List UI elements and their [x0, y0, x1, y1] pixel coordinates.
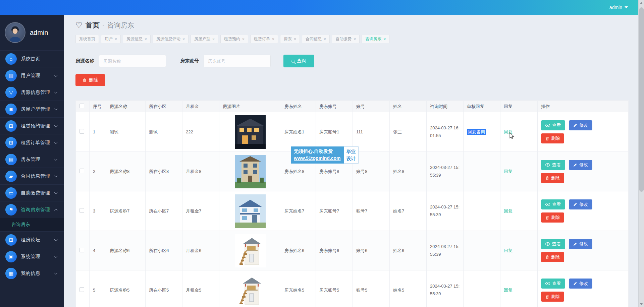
sidebar-item-rent-forum[interactable]: ⊞ 租房论坛 — [0, 231, 64, 248]
delete-button[interactable]: 删除 — [541, 252, 564, 262]
cell-account: 账号6 — [353, 231, 390, 270]
cell-rent: 月租金5 — [182, 270, 219, 307]
scrollbar-thumb[interactable] — [639, 7, 644, 192]
trash-icon — [83, 78, 87, 82]
row-checkbox[interactable] — [79, 287, 84, 292]
vertical-scrollbar[interactable] — [638, 0, 644, 307]
chevron-down-icon — [54, 157, 58, 161]
reply-link[interactable]: 回复 — [504, 208, 513, 213]
reply-link[interactable]: 回复 — [504, 248, 513, 253]
delete-button[interactable]: 删除 — [541, 173, 564, 183]
sidebar-item-label: 系统首页 — [21, 56, 58, 62]
cell-time: 2024-03-27 16:01:55 — [427, 112, 464, 152]
sidebar-item-housetype-mgmt[interactable]: ◙ 房屋户型管理 — [0, 101, 64, 117]
trash-icon — [545, 136, 549, 141]
tab-contract-info[interactable]: 合同信息× — [302, 35, 330, 43]
cell-account: 账号5 — [353, 270, 390, 307]
pencil-icon — [573, 163, 577, 167]
sidebar-item-label: 租房论坛 — [21, 237, 55, 243]
row-checkbox[interactable] — [79, 169, 84, 173]
delete-button[interactable]: 删除 — [541, 292, 564, 302]
breadcrumb-home[interactable]: 首页 — [86, 20, 100, 30]
tab-users[interactable]: 用户× — [101, 35, 121, 43]
user-menu[interactable]: admin — [609, 5, 628, 10]
landlord-account-input[interactable] — [204, 55, 271, 67]
pencil-icon — [573, 202, 577, 206]
comment-icon: ◙ — [5, 104, 17, 115]
tab-listing-comments[interactable]: 房源信息评论× — [153, 35, 189, 43]
close-icon[interactable]: × — [242, 37, 245, 42]
edit-button[interactable]: 修改 — [569, 239, 592, 249]
cell-time: 2024-03-27 15:55:39 — [427, 231, 464, 270]
close-icon[interactable]: × — [324, 37, 326, 42]
view-button[interactable]: 查看 — [541, 239, 565, 249]
row-checkbox[interactable] — [79, 248, 84, 252]
reply-link[interactable]: 回复 — [504, 169, 513, 174]
dropdown-icon — [625, 6, 628, 8]
view-button[interactable]: 查看 — [541, 160, 565, 170]
sidebar-item-consult-landlord-mgmt[interactable]: ⚑ 咨询房东管理 — [0, 201, 64, 218]
close-icon[interactable]: × — [383, 37, 386, 42]
edit-button[interactable]: 修改 — [569, 160, 592, 170]
select-all-checkbox[interactable] — [79, 104, 84, 108]
sidebar-item-booking-mgmt[interactable]: ⊞ 租赁预约管理 — [0, 117, 64, 134]
tab-house-type[interactable]: 房屋户型× — [191, 35, 218, 43]
cell-community: 所在小区7 — [146, 191, 182, 231]
sidebar-item-system-mgmt[interactable]: ▣ 系统管理 — [0, 248, 64, 265]
sidebar-subitem-consult-landlord[interactable]: 咨询房东 — [0, 218, 64, 231]
edit-button[interactable]: 修改 — [569, 279, 592, 289]
sidebar-item-my-info[interactable]: ▦ 我的信息 — [0, 265, 64, 282]
avatar[interactable] — [5, 22, 25, 43]
tab-rental-order[interactable]: 租赁订单× — [250, 35, 278, 43]
row-checkbox[interactable] — [79, 129, 84, 134]
query-button[interactable]: 查询 — [283, 55, 314, 67]
close-icon[interactable]: × — [115, 37, 117, 42]
close-icon[interactable]: × — [272, 37, 274, 42]
close-icon[interactable]: × — [294, 37, 296, 42]
sidebar-item-label: 房源信息管理 — [21, 89, 55, 96]
sidebar-item-selfpay-mgmt[interactable]: ▭ 自助缴费管理 — [0, 184, 64, 201]
view-button[interactable]: 查看 — [541, 279, 565, 289]
tab-listing-info[interactable]: 房源信息× — [123, 35, 151, 43]
close-icon[interactable]: × — [145, 37, 147, 42]
close-icon[interactable]: × — [182, 37, 185, 42]
delete-button[interactable]: 删除 — [541, 133, 564, 143]
row-checkbox[interactable] — [79, 208, 84, 213]
tab-landlord[interactable]: 房东× — [280, 35, 300, 43]
cell-listing-name: 测试 — [106, 112, 146, 152]
listing-name-input[interactable] — [99, 55, 166, 67]
sidebar-item-user-mgmt[interactable]: ▨ 用户管理 — [0, 67, 64, 84]
sidebar-item-label: 自助缴费管理 — [21, 190, 55, 196]
cell-person-name: 姓名5 — [390, 270, 427, 307]
sidebar-item-contract-mgmt[interactable]: ▰ 合同信息管理 — [0, 168, 64, 184]
cell-landlord-account: 房东账号1 — [316, 112, 353, 152]
close-icon[interactable]: × — [354, 37, 356, 42]
sidebar-item-order-mgmt[interactable]: ⊞ 租赁订单管理 — [0, 134, 64, 151]
chevron-down-icon — [54, 107, 58, 110]
sidebar-item-listing-mgmt[interactable]: ▽ 房源信息管理 — [0, 84, 64, 101]
view-button[interactable]: 查看 — [541, 120, 565, 130]
close-icon[interactable]: × — [212, 37, 215, 42]
sidebar-item-system-home[interactable]: ⌂ 系统首页 — [0, 50, 64, 67]
edit-button[interactable]: 修改 — [569, 199, 592, 209]
scrollbar-up-button[interactable] — [639, 0, 644, 6]
tab-consult-landlord[interactable]: 咨询房东× — [362, 35, 389, 43]
col-rent: 月租金 — [182, 101, 219, 112]
tab-rental-booking[interactable]: 租赁预约× — [220, 35, 248, 43]
sidebar-item-landlord-mgmt[interactable]: ▤ 房东管理 — [0, 151, 64, 168]
col-landlord-account: 房东账号 — [316, 101, 353, 112]
reply-link[interactable]: 回复 — [504, 288, 513, 293]
sidebar-item-label: 租赁订单管理 — [21, 140, 55, 146]
cell-listing-name: 房源名称5 — [106, 270, 146, 307]
view-button[interactable]: 查看 — [541, 199, 565, 209]
chevron-down-icon — [54, 271, 58, 274]
arrow-up-icon — [640, 2, 643, 4]
cell-rent: 月租金7 — [182, 191, 219, 231]
landlord-account-label: 房东账号 — [180, 58, 199, 64]
delete-button[interactable]: 删除 — [541, 212, 564, 223]
eye-icon — [545, 203, 550, 206]
tab-selfpay[interactable]: 自助缴费× — [332, 35, 360, 43]
bulk-delete-button[interactable]: 删除 — [75, 74, 105, 86]
edit-button[interactable]: 修改 — [569, 120, 592, 130]
tab-system-home[interactable]: 系统首页 — [75, 35, 99, 43]
